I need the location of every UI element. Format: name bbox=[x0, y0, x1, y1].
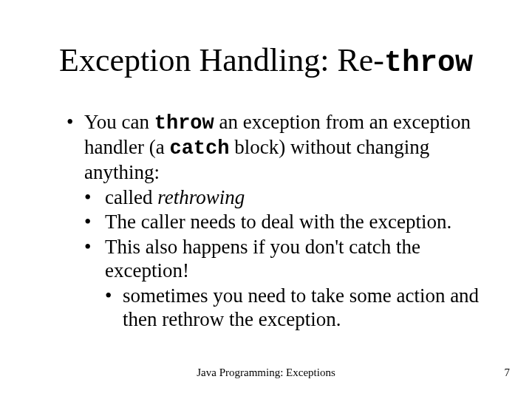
footer-title: Java Programming: Exceptions bbox=[0, 366, 532, 379]
code-throw: throw bbox=[154, 112, 214, 134]
text: This also happens if you don't catch the… bbox=[105, 236, 420, 282]
text: sometimes you need to take some action a… bbox=[123, 284, 479, 330]
code-catch: catch bbox=[169, 137, 229, 160]
bullet-sub-not-caught: • This also happens if you don't catch t… bbox=[84, 236, 488, 283]
bullet-dot-icon: • bbox=[84, 186, 91, 210]
text: You can bbox=[84, 111, 154, 133]
bullet-main: • You can throw an exception from an exc… bbox=[66, 111, 488, 185]
bullet-dot-icon: • bbox=[84, 236, 91, 259]
italic-text: rethrowing bbox=[157, 186, 245, 208]
bullet-sub-rethrowing: • called rethrowing bbox=[84, 186, 488, 210]
title-text: Exception Handling: Re- bbox=[59, 42, 384, 78]
bullet-subsub-action: • sometimes you need to take some action… bbox=[105, 284, 488, 332]
title-code: throw bbox=[384, 47, 473, 80]
bullet-dot-icon: • bbox=[105, 284, 112, 308]
slide: Exception Handling: Re-throw • You can t… bbox=[0, 0, 532, 399]
text: called bbox=[105, 186, 157, 208]
page-number: 7 bbox=[505, 366, 511, 379]
bullet-sub-caller: • The caller needs to deal with the exce… bbox=[84, 211, 488, 234]
bullet-dot-icon: • bbox=[66, 111, 73, 134]
text: The caller needs to deal with the except… bbox=[105, 211, 451, 233]
slide-body: • You can throw an exception from an exc… bbox=[66, 111, 488, 332]
slide-title: Exception Handling: Re-throw bbox=[0, 43, 532, 80]
bullet-dot-icon: • bbox=[84, 211, 91, 234]
